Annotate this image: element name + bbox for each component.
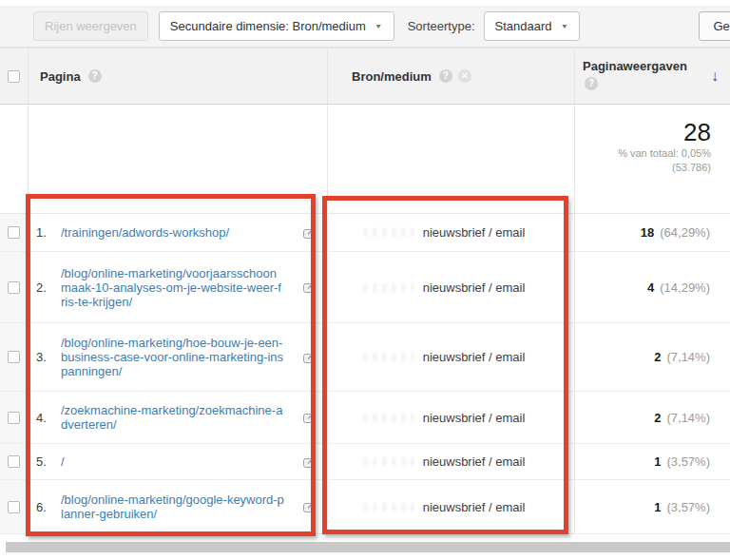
row-index: 5. bbox=[36, 454, 61, 469]
secondary-dimension-dropdown[interactable]: Secundaire dimensie: Bron/medium ▼ bbox=[159, 11, 394, 41]
external-link-icon[interactable] bbox=[302, 454, 317, 469]
row-checkbox[interactable] bbox=[8, 281, 20, 294]
source-medium-value: nieuwsbrief / email bbox=[423, 454, 526, 469]
pageviews-cell: 2 (7,14%) bbox=[575, 323, 730, 391]
page-cell: 1. /trainingen/adwords-workshop/ bbox=[29, 214, 328, 251]
column-header-page[interactable]: Pagina ? bbox=[29, 48, 328, 104]
table-row: 5. / nieuwsbrief / email 1 (3,57%) bbox=[0, 444, 730, 480]
report-table: Pagina ? Bron/medium ? ✕ Paginaweergaven… bbox=[0, 48, 730, 534]
show-rows-button[interactable]: Rijen weergeven bbox=[33, 11, 148, 41]
pageviews-value: 1 bbox=[654, 500, 661, 514]
select-all-checkbox[interactable] bbox=[8, 70, 20, 83]
help-icon[interactable]: ? bbox=[585, 77, 598, 90]
pageviews-value: 4 bbox=[647, 280, 654, 295]
summary-pageviews-cell: 28 % van totaal: 0,05% (53.786) bbox=[575, 105, 730, 213]
source-medium-value: nieuwsbrief / email bbox=[423, 280, 526, 295]
page-cell: 2. /blog/online-marketing/voorjaarsschoo… bbox=[29, 252, 328, 322]
checkbox-cell bbox=[0, 252, 29, 322]
pageviews-cell: 1 (3,57%) bbox=[575, 480, 730, 533]
checkbox-cell bbox=[0, 444, 29, 479]
pageviews-cell: 1 (3,57%) bbox=[575, 444, 730, 479]
table-header-row: Pagina ? Bron/medium ? ✕ Paginaweergaven… bbox=[0, 48, 730, 105]
source-medium-value: nieuwsbrief / email bbox=[423, 225, 526, 240]
pageviews-percent: (3,57%) bbox=[666, 500, 710, 514]
redacted-source-name bbox=[364, 414, 413, 422]
row-index: 6. bbox=[36, 500, 61, 514]
redacted-source-name bbox=[364, 283, 413, 292]
column-header-pageviews[interactable]: Paginaweergaven ? ↓ bbox=[575, 48, 730, 104]
external-link-icon[interactable] bbox=[302, 225, 317, 240]
pageviews-cell: 18 (64,29%) bbox=[575, 214, 730, 251]
source-medium-cell: nieuwsbrief / email bbox=[328, 444, 575, 479]
secondary-dimension-label: Secundaire dimensie: Bron/medium bbox=[170, 19, 366, 33]
sort-type-dropdown[interactable]: Standaard ▼ bbox=[484, 11, 581, 41]
row-index: 2. bbox=[36, 280, 61, 295]
page-link[interactable]: /blog/online-marketing/voorjaarsschoonma… bbox=[61, 266, 285, 309]
redacted-source-name bbox=[364, 228, 413, 237]
sort-type-label: Sorteertype: bbox=[408, 19, 475, 33]
chevron-down-icon: ▼ bbox=[375, 23, 383, 30]
toolbar: Rijen weergeven Secundaire dimensie: Bro… bbox=[0, 6, 730, 48]
summary-checkbox-cell bbox=[0, 105, 29, 213]
pageviews-total: 28 bbox=[575, 118, 711, 146]
redacted-source-name bbox=[364, 457, 413, 466]
row-checkbox[interactable] bbox=[8, 501, 20, 513]
source-medium-value: nieuwsbrief / email bbox=[423, 500, 526, 514]
table-row: 1. /trainingen/adwords-workshop/ nieuwsb… bbox=[0, 214, 730, 252]
pageviews-column-label: Paginaweergaven bbox=[583, 59, 730, 73]
pageviews-percent: (3,57%) bbox=[666, 454, 710, 469]
row-index: 4. bbox=[36, 411, 61, 425]
row-checkbox[interactable] bbox=[8, 412, 20, 424]
summary-row: 28 % van totaal: 0,05% (53.786) bbox=[0, 105, 730, 214]
remove-dimension-icon[interactable]: ✕ bbox=[458, 69, 471, 83]
page-link[interactable]: /blog/online-marketing/hoe-bouw-je-een-b… bbox=[61, 336, 285, 378]
table-row: 3. /blog/online-marketing/hoe-bouw-je-ee… bbox=[0, 323, 730, 392]
external-link-icon[interactable] bbox=[302, 411, 317, 425]
summary-page-cell bbox=[29, 105, 328, 213]
source-medium-cell: nieuwsbrief / email bbox=[328, 323, 575, 391]
external-link-icon[interactable] bbox=[302, 500, 317, 514]
pageviews-site-total: (53.786) bbox=[575, 161, 711, 175]
page-link[interactable]: /zoekmachine-marketing/zoekmachine-adver… bbox=[61, 403, 285, 432]
external-link-icon[interactable] bbox=[302, 350, 317, 364]
table-row: 2. /blog/online-marketing/voorjaarsschoo… bbox=[0, 252, 730, 323]
page-link[interactable]: / bbox=[61, 454, 285, 469]
source-medium-value: nieuwsbrief / email bbox=[423, 411, 526, 425]
help-icon[interactable]: ? bbox=[439, 69, 452, 83]
analytics-report-view: Rijen weergeven Secundaire dimensie: Bro… bbox=[0, 0, 730, 560]
pageviews-percent-of-total: % van totaal: 0,05% bbox=[575, 146, 711, 161]
page-link[interactable]: /blog/online-marketing/google-keyword-pl… bbox=[61, 492, 285, 521]
table-row: 4. /zoekmachine-marketing/zoekmachine-ad… bbox=[0, 392, 730, 444]
redacted-source-name bbox=[364, 353, 413, 361]
chevron-down-icon: ▼ bbox=[561, 23, 569, 30]
sort-descending-icon[interactable]: ↓ bbox=[711, 68, 719, 85]
source-medium-value: nieuwsbrief / email bbox=[423, 350, 526, 364]
summary-source-cell bbox=[328, 105, 575, 213]
pageviews-value: 2 bbox=[654, 411, 661, 425]
row-checkbox[interactable] bbox=[8, 455, 20, 468]
checkbox-cell bbox=[0, 214, 29, 251]
page-cell: 6. /blog/online-marketing/google-keyword… bbox=[29, 480, 328, 533]
horizontal-scrollbar[interactable] bbox=[6, 542, 730, 552]
source-medium-cell: nieuwsbrief / email bbox=[328, 252, 575, 322]
sort-type-value: Standaard bbox=[495, 19, 552, 33]
source-medium-cell: nieuwsbrief / email bbox=[328, 392, 575, 443]
pageviews-percent: (7,14%) bbox=[666, 350, 710, 364]
row-checkbox[interactable] bbox=[8, 226, 20, 239]
pageviews-percent: (64,29%) bbox=[660, 225, 710, 240]
pageviews-value: 18 bbox=[641, 225, 654, 240]
source-medium-cell: nieuwsbrief / email bbox=[328, 480, 575, 533]
advanced-filter-button[interactable]: Gea bbox=[699, 11, 730, 41]
column-header-source-medium[interactable]: Bron/medium ? ✕ bbox=[328, 48, 575, 104]
row-checkbox[interactable] bbox=[8, 351, 20, 363]
checkbox-cell bbox=[0, 323, 29, 391]
source-medium-column-label: Bron/medium bbox=[352, 69, 432, 84]
pageviews-percent: (14,29%) bbox=[660, 280, 710, 295]
help-icon[interactable]: ? bbox=[88, 69, 102, 83]
page-link[interactable]: /trainingen/adwords-workshop/ bbox=[61, 225, 285, 240]
header-checkbox-cell bbox=[0, 48, 29, 104]
pageviews-percent: (7,14%) bbox=[666, 411, 710, 425]
external-link-icon[interactable] bbox=[302, 280, 317, 295]
row-index: 1. bbox=[36, 225, 61, 240]
page-cell: 4. /zoekmachine-marketing/zoekmachine-ad… bbox=[29, 392, 328, 443]
